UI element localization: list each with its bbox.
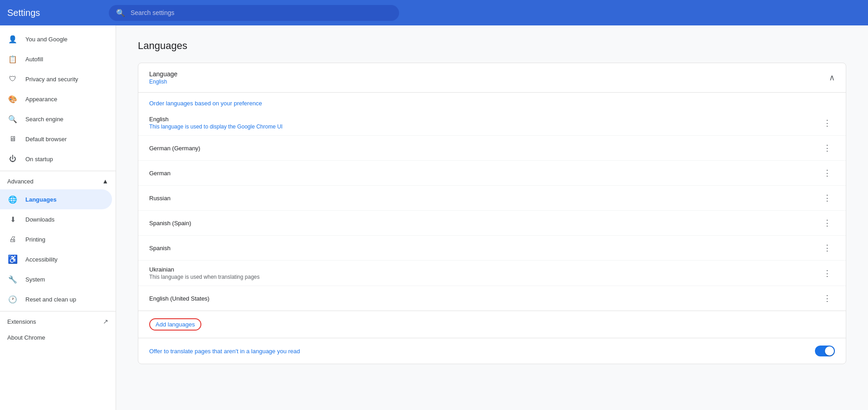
language-section-title: Language — [149, 70, 177, 78]
content-area: Languages Language English ∧ Order langu… — [116, 25, 868, 410]
search-engine-icon: 🔍 — [7, 114, 18, 124]
lang-name-ukrainian: Ukrainian — [149, 266, 819, 273]
search-icon: 🔍 — [116, 9, 125, 17]
lang-item-german-germany: German (Germany) ⋮ — [138, 136, 846, 161]
sidebar-item-default-browser[interactable]: 🖥 Default browser — [0, 129, 112, 149]
lang-info-english: English This language is used to display… — [149, 116, 819, 130]
lang-menu-button-spanish-spain[interactable]: ⋮ — [819, 216, 835, 230]
sidebar: 👤 You and Google 📋 Autofill 🛡 Privacy an… — [0, 25, 116, 410]
lang-menu-button-ukrainian[interactable]: ⋮ — [819, 267, 835, 280]
autofill-icon: 📋 — [7, 54, 18, 64]
lang-menu-button-russian[interactable]: ⋮ — [819, 191, 835, 205]
sidebar-label-accessibility: Accessibility — [25, 256, 58, 263]
lang-item-german: German ⋮ — [138, 161, 846, 186]
lang-item-ukrainian: Ukrainian This language is used when tra… — [138, 261, 846, 286]
sidebar-label-languages: Languages — [25, 196, 57, 203]
language-card: Language English ∧ Order languages based… — [138, 63, 846, 364]
sidebar-item-extensions[interactable]: Extensions ↗ — [0, 313, 116, 330]
palette-icon: 🎨 — [7, 94, 18, 104]
power-icon: ⏻ — [7, 153, 18, 164]
sidebar-label-reset: Reset and clean up — [25, 296, 76, 303]
language-list: English This language is used to display… — [138, 110, 846, 311]
download-icon: ⬇ — [7, 214, 18, 225]
lang-name-english-us: English (United States) — [149, 295, 819, 302]
sidebar-label-privacy: Privacy and security — [25, 76, 78, 83]
language-section-info: Language English — [149, 70, 177, 85]
accessibility-icon: ♿ — [7, 254, 18, 265]
person-icon: 👤 — [7, 34, 18, 44]
shield-icon: 🛡 — [7, 74, 18, 84]
lang-item-english: English This language is used to display… — [138, 110, 846, 136]
language-section-subtitle: English — [149, 79, 177, 85]
sidebar-label-autofill: Autofill — [25, 56, 43, 63]
page-title: Languages — [138, 40, 846, 52]
sidebar-label-system: System — [25, 276, 45, 283]
sidebar-item-appearance[interactable]: 🎨 Appearance — [0, 89, 112, 109]
main-layout: 👤 You and Google 📋 Autofill 🛡 Privacy an… — [0, 25, 868, 410]
lang-name-spanish: Spanish — [149, 245, 819, 252]
order-languages-label: Order languages based on your preference — [138, 93, 846, 110]
external-link-icon: ↗ — [103, 318, 108, 325]
sidebar-divider-2 — [0, 311, 116, 311]
sidebar-label-on-startup: On startup — [25, 156, 53, 163]
globe-icon: 🌐 — [7, 194, 18, 205]
lang-name-german: German — [149, 170, 819, 177]
sidebar-item-search-engine[interactable]: 🔍 Search engine — [0, 109, 112, 129]
lang-menu-button-german[interactable]: ⋮ — [819, 166, 835, 180]
app-title: Settings — [7, 8, 98, 18]
lang-name-english: English — [149, 116, 819, 123]
lang-item-spanish: Spanish ⋮ — [138, 236, 846, 261]
sidebar-item-on-startup[interactable]: ⏻ On startup — [0, 149, 112, 169]
offer-translate-row: Offer to translate pages that aren't in … — [138, 338, 846, 364]
lang-desc-english: This language is used to display the Goo… — [149, 123, 819, 130]
sidebar-item-downloads[interactable]: ⬇ Downloads — [0, 209, 112, 229]
header: Settings 🔍 — [0, 0, 868, 25]
print-icon: 🖨 — [7, 234, 18, 245]
sidebar-item-you-and-google[interactable]: 👤 You and Google — [0, 29, 112, 49]
reset-icon: 🕐 — [7, 294, 18, 305]
sidebar-item-system[interactable]: 🔧 System — [0, 269, 112, 289]
extensions-label: Extensions — [7, 318, 36, 325]
sidebar-item-languages[interactable]: 🌐 Languages — [0, 189, 112, 209]
sidebar-label-you-and-google: You and Google — [25, 36, 68, 43]
sidebar-label-appearance: Appearance — [25, 96, 57, 103]
sidebar-label-downloads: Downloads — [25, 216, 54, 223]
lang-desc-ukrainian: This language is used when translating p… — [149, 274, 819, 280]
offer-translate-text: Offer to translate pages that aren't in … — [149, 348, 815, 355]
lang-name-german-germany: German (Germany) — [149, 145, 819, 152]
sidebar-divider — [0, 171, 116, 171]
browser-icon: 🖥 — [7, 133, 18, 144]
sidebar-item-reset[interactable]: 🕐 Reset and clean up — [0, 289, 112, 309]
about-chrome-label: About Chrome — [7, 334, 45, 341]
toggle-thumb — [825, 346, 834, 356]
sidebar-item-privacy-security[interactable]: 🛡 Privacy and security — [0, 69, 112, 89]
lang-menu-button-english[interactable]: ⋮ — [819, 116, 835, 130]
lang-menu-button-german-germany[interactable]: ⋮ — [819, 141, 835, 155]
advanced-section-header[interactable]: Advanced ▲ — [0, 173, 116, 189]
sidebar-label-search-engine: Search engine — [25, 116, 63, 123]
language-section-chevron-up-icon: ∧ — [829, 73, 835, 83]
lang-menu-button-spanish[interactable]: ⋮ — [819, 241, 835, 255]
search-box: 🔍 — [109, 5, 399, 21]
language-section-header[interactable]: Language English ∧ — [138, 63, 846, 93]
sidebar-label-printing: Printing — [25, 236, 45, 243]
add-languages-button[interactable]: Add languages — [149, 318, 201, 331]
search-input[interactable] — [131, 9, 392, 16]
advanced-section-label: Advanced — [7, 178, 34, 185]
offer-translate-toggle[interactable] — [815, 346, 835, 356]
advanced-chevron-up-icon: ▲ — [102, 178, 108, 185]
sidebar-item-accessibility[interactable]: ♿ Accessibility — [0, 249, 112, 269]
sidebar-item-about-chrome[interactable]: About Chrome — [0, 330, 116, 346]
lang-item-russian: Russian ⋮ — [138, 186, 846, 211]
lang-item-spanish-spain: Spanish (Spain) ⋮ — [138, 211, 846, 236]
sidebar-item-printing[interactable]: 🖨 Printing — [0, 229, 112, 249]
wrench-icon: 🔧 — [7, 274, 18, 285]
lang-menu-button-english-us[interactable]: ⋮ — [819, 291, 835, 305]
lang-name-russian: Russian — [149, 195, 819, 202]
lang-name-spanish-spain: Spanish (Spain) — [149, 220, 819, 227]
sidebar-item-autofill[interactable]: 📋 Autofill — [0, 49, 112, 69]
add-languages-row: Add languages — [138, 311, 846, 338]
lang-item-english-us: English (United States) ⋮ — [138, 286, 846, 311]
sidebar-label-default-browser: Default browser — [25, 136, 67, 143]
